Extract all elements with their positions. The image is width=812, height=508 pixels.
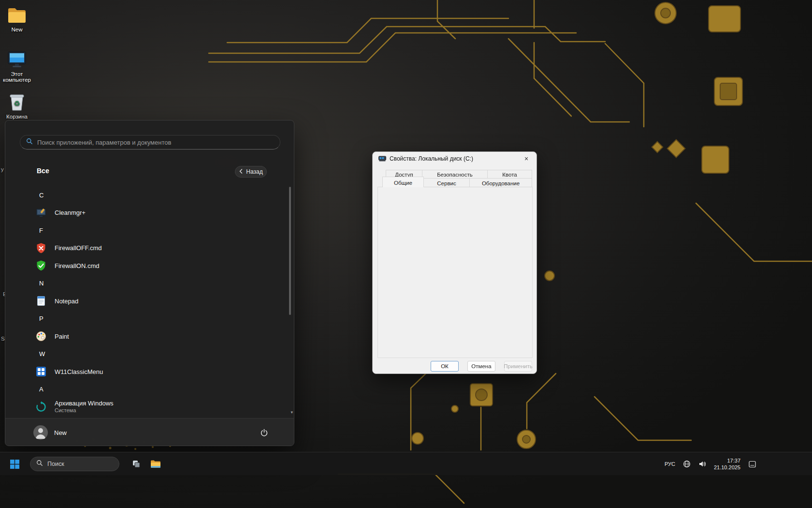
section-letter-a[interactable]: A: [5, 381, 288, 399]
speaker-icon: [698, 460, 706, 468]
search-icon: [36, 460, 43, 468]
back-button[interactable]: Назад: [235, 166, 267, 178]
drive-icon: [378, 156, 386, 162]
app-label: Архивация Windows: [55, 400, 114, 407]
ok-button[interactable]: ОК: [431, 361, 459, 372]
file-explorer-icon: [150, 460, 161, 468]
chevron-left-icon: [239, 168, 243, 175]
start-button[interactable]: [5, 454, 24, 474]
file-explorer-button[interactable]: [146, 454, 165, 474]
start-search-input[interactable]: [37, 139, 274, 146]
folder-icon: [5, 4, 29, 25]
user-avatar-icon: [33, 425, 48, 440]
volume-button[interactable]: [697, 456, 708, 472]
search-icon: [26, 138, 33, 147]
tab-quota[interactable]: Квота: [487, 170, 532, 179]
start-app-paint[interactable]: Paint: [5, 328, 288, 345]
network-button[interactable]: [682, 456, 692, 472]
taskbar: РУС 17:37 21.10.2025: [0, 452, 812, 475]
section-letter-w[interactable]: W: [5, 345, 288, 363]
svg-text:♻: ♻: [14, 100, 20, 107]
computer-icon: [5, 48, 29, 70]
paint-icon: [35, 330, 47, 342]
cancel-button[interactable]: Отмена: [467, 361, 495, 372]
taskbar-search-box[interactable]: [30, 457, 119, 471]
start-app-cleanmgr[interactable]: Cleanmgr+: [5, 204, 288, 222]
language-indicator[interactable]: РУС: [663, 456, 677, 472]
partial-desktop-label: S: [1, 336, 5, 342]
start-menu-footer: New: [5, 418, 294, 446]
w11classicmenu-icon: [35, 366, 47, 377]
app-label: Paint: [55, 333, 69, 340]
clock-date: 21.10.2025: [714, 464, 740, 471]
section-letter-f[interactable]: F: [5, 222, 288, 239]
windows-logo-icon: [10, 460, 19, 469]
notification-icon: [748, 460, 756, 468]
app-label: Notepad: [55, 298, 78, 305]
desktop-icon-label: Корзина: [0, 114, 35, 120]
general-tab-panel: [377, 187, 533, 358]
firewall-on-icon: [35, 260, 47, 271]
all-apps-header: Все: [37, 167, 49, 175]
power-icon: [260, 429, 268, 437]
tab-security[interactable]: Безопасность: [422, 170, 488, 179]
notepad-icon: [35, 295, 47, 307]
dialog-titlebar: Свойства: Локальный диск (C:): [373, 152, 536, 165]
tab-hardware[interactable]: Оборудование: [469, 178, 532, 187]
app-label: W11ClassicMenu: [55, 368, 103, 375]
start-app-firewalloff[interactable]: FirewallOFF.cmd: [5, 239, 288, 257]
desktop: New Этот компьютер ♻ Корзина у E S: [0, 0, 812, 508]
power-button[interactable]: [255, 424, 273, 441]
clock-time: 17:37: [714, 457, 740, 464]
app-sublabel: Система: [55, 407, 114, 414]
user-button[interactable]: New: [33, 425, 67, 440]
desktop-icon-this-pc[interactable]: Этот компьютер: [0, 48, 35, 83]
start-app-windows-backup[interactable]: Архивация Windows Система: [5, 398, 288, 416]
start-app-notepad[interactable]: Notepad: [5, 292, 288, 310]
start-app-w11classicmenu[interactable]: W11ClassicMenu: [5, 363, 288, 381]
section-letter-p[interactable]: P: [5, 310, 288, 328]
properties-dialog: Свойства: Локальный диск (C:) × Доступ Б…: [372, 151, 537, 374]
task-view-button[interactable]: [127, 454, 146, 474]
taskbar-search-input[interactable]: [47, 461, 113, 467]
desktop-icon-new-folder[interactable]: New: [0, 4, 35, 32]
start-menu: Все Назад C Cleanmgr+ F: [5, 120, 294, 446]
back-button-label: Назад: [246, 168, 262, 175]
clock[interactable]: 17:37 21.10.2025: [712, 456, 742, 472]
system-tray: РУС 17:37 21.10.2025: [663, 452, 758, 476]
tab-tools[interactable]: Сервис: [423, 178, 470, 187]
tab-general[interactable]: Общие: [382, 177, 424, 187]
cleanmgr-icon: [35, 207, 47, 219]
section-letter-n[interactable]: N: [5, 275, 288, 293]
recycle-bin-icon: ♻: [5, 91, 29, 112]
notification-center-button[interactable]: [747, 456, 758, 472]
windows-backup-icon: [35, 401, 47, 413]
desktop-icon-recycle-bin[interactable]: ♻ Корзина: [0, 91, 35, 120]
dialog-title: Свойства: Локальный диск (C:): [390, 155, 473, 162]
start-search-box[interactable]: [20, 135, 280, 149]
close-icon[interactable]: ×: [516, 152, 536, 165]
start-menu-scrollbar[interactable]: [289, 187, 291, 315]
desktop-icon-label: New: [0, 27, 35, 32]
user-name: New: [54, 429, 67, 436]
app-label: FirewallOFF.cmd: [55, 244, 102, 252]
start-app-firewallon[interactable]: FirewallON.cmd: [5, 257, 288, 275]
task-view-icon: [132, 460, 141, 468]
app-label: Cleanmgr+: [55, 209, 86, 216]
section-letter-c[interactable]: C: [5, 186, 288, 204]
apply-button[interactable]: Применить: [504, 361, 532, 372]
desktop-icon-label: Этот компьютер: [0, 71, 35, 83]
firewall-off-icon: [35, 242, 47, 254]
partial-desktop-label: у: [1, 166, 4, 172]
app-list: C Cleanmgr+ F: [5, 186, 288, 416]
globe-icon: [683, 460, 691, 468]
app-label: FirewallON.cmd: [55, 262, 99, 269]
scroll-down-icon[interactable]: ▾: [290, 410, 293, 415]
